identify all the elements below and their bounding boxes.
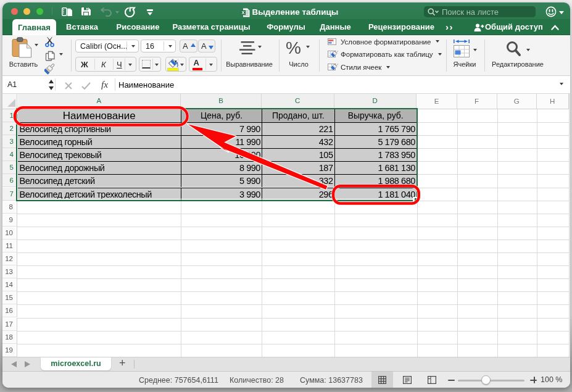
- svg-text:X: X: [241, 10, 244, 15]
